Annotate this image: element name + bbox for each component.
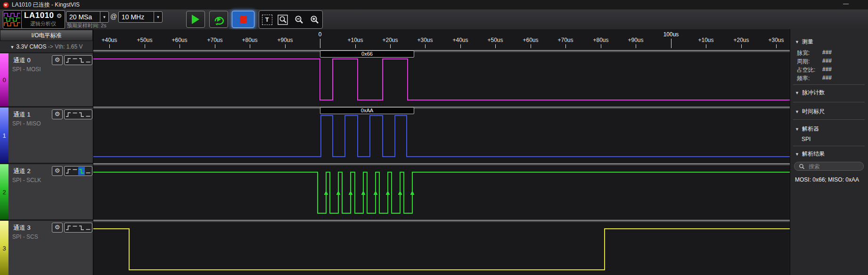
falling-edge-trigger-button[interactable] xyxy=(78,224,85,232)
sample-edge-arrow-icon xyxy=(398,191,402,195)
magnifier-plus-icon xyxy=(309,15,319,25)
channel-color-stripe: 3 xyxy=(0,221,8,275)
low-level-trigger-button[interactable] xyxy=(85,110,91,118)
loop-play-icon xyxy=(212,13,225,26)
panel-separator xyxy=(793,102,865,102)
toolbar: LA1010 ⚙ 逻辑分析仪 20 MSa ▼ @ 10 MHz ▼ 预期采样时… xyxy=(0,9,868,30)
channel-row-3[interactable]: 3 通道 3 ⚙ SPI - SCS xyxy=(0,221,93,275)
device-name: LA1010 xyxy=(24,11,54,20)
sample-edge-arrow-icon xyxy=(336,191,340,195)
panel-separator xyxy=(793,84,865,85)
zoom-selection-tool-button[interactable] xyxy=(278,15,288,25)
chevron-down-icon: ▼ xyxy=(795,152,799,157)
sample-edge-arrow-icon xyxy=(349,191,352,195)
device-settings-gear-icon[interactable]: ⚙ xyxy=(57,12,62,19)
section-title: 解析结果 xyxy=(802,150,825,157)
falling-edge-trigger-button[interactable] xyxy=(78,56,85,64)
rising-edge-trigger-button[interactable] xyxy=(65,167,72,175)
device-name-box[interactable]: LA1010 ⚙ 逻辑分析仪 xyxy=(21,10,65,29)
signal-plot[interactable] xyxy=(93,29,790,275)
channel-settings-gear-icon[interactable]: ⚙ xyxy=(52,166,63,176)
high-level-trigger-button[interactable] xyxy=(72,224,78,232)
chevron-down-icon[interactable]: ▼ xyxy=(154,12,162,22)
sample-rate-value: 20 MSa xyxy=(66,13,100,21)
channel-color-stripe: 2 xyxy=(0,164,8,219)
rising-edge-trigger-button[interactable] xyxy=(65,56,72,64)
search-icon xyxy=(798,163,806,170)
measure-label: 周期: xyxy=(797,58,810,66)
measure-label: 脉宽: xyxy=(797,49,810,57)
start-capture-button[interactable] xyxy=(186,11,205,28)
stop-icon xyxy=(240,16,247,23)
device-type-label: 逻辑分析仪 xyxy=(22,21,65,27)
minimize-button[interactable]: — xyxy=(839,0,853,8)
device-waveform-logo-icon xyxy=(3,11,21,27)
section-decode-results[interactable]: ▼解析结果 xyxy=(795,150,825,158)
low-level-trigger-button[interactable] xyxy=(85,167,91,175)
channel-row-2[interactable]: 2 通道 2 ⚙ SPI - SCLK xyxy=(0,164,93,219)
section-decoder[interactable]: ▼解析器 xyxy=(795,125,819,133)
channel-protocol-label: SPI - MOSI xyxy=(12,66,41,73)
high-level-trigger-button[interactable] xyxy=(72,56,78,64)
low-level-trigger-button[interactable] xyxy=(85,224,91,232)
clock-freq-select[interactable]: 10 MHz ▼ xyxy=(118,11,163,23)
chevron-down-icon[interactable]: ▼ xyxy=(100,12,108,22)
signal-trace-mosi xyxy=(93,59,790,100)
measure-value: ### xyxy=(822,75,832,81)
channel-color-stripe: 1 xyxy=(0,108,8,163)
falling-edge-trigger-button-selected[interactable] xyxy=(78,167,85,175)
io-level-standard-header[interactable]: I/O电平标准 xyxy=(0,30,93,41)
view-tool-group: T xyxy=(259,10,323,29)
io-joiner: -> xyxy=(48,43,53,50)
rising-edge-trigger-button[interactable] xyxy=(65,224,72,232)
stop-capture-button[interactable] xyxy=(232,11,254,28)
channel-name: 通道 2 xyxy=(13,167,31,175)
high-level-trigger-button[interactable] xyxy=(72,167,78,175)
repeat-capture-button[interactable] xyxy=(209,11,228,28)
trigger-type-group xyxy=(64,223,92,233)
io-level-setting[interactable]: ▼3.3V CMOS -> Vth: 1.65 V xyxy=(0,41,93,53)
measure-value: ### xyxy=(822,66,832,73)
section-measure[interactable]: ▼测量 xyxy=(795,38,813,46)
title-bar: LA1010 已连接 - KingstVIS — xyxy=(0,0,868,9)
chevron-down-icon: ▼ xyxy=(795,109,799,114)
decoder-name[interactable]: SPI xyxy=(802,136,811,142)
zoom-in-button[interactable] xyxy=(309,15,319,25)
play-icon xyxy=(192,15,199,24)
section-time-marker[interactable]: ▼时间标尺 xyxy=(795,108,825,116)
channel-settings-gear-icon[interactable]: ⚙ xyxy=(52,55,63,65)
sample-rate-select[interactable]: 20 MSa ▼ xyxy=(66,11,109,23)
channel-name: 通道 1 xyxy=(13,110,31,119)
decode-search-box[interactable] xyxy=(794,162,864,171)
channel-name: 通道 3 xyxy=(13,224,31,232)
zoom-out-button[interactable] xyxy=(294,15,304,25)
channel-settings-gear-icon[interactable]: ⚙ xyxy=(52,109,63,119)
clock-freq-value: 10 MHz xyxy=(119,13,154,21)
sample-edge-arrow-icon xyxy=(361,191,365,195)
chevron-down-icon: ▼ xyxy=(10,45,14,50)
channel-settings-gear-icon[interactable]: ⚙ xyxy=(52,223,63,233)
high-level-trigger-button[interactable] xyxy=(72,110,78,118)
panel-separator xyxy=(793,146,865,146)
channel-row-1[interactable]: 1 通道 1 ⚙ SPI - MISO xyxy=(0,108,93,163)
at-separator: @ xyxy=(110,13,117,20)
falling-edge-trigger-button[interactable] xyxy=(78,110,85,118)
device-logo-box: LA1010 ⚙ 逻辑分析仪 xyxy=(3,10,65,29)
search-input[interactable] xyxy=(808,163,861,170)
channel-name: 通道 0 xyxy=(13,56,31,65)
decode-result-entry[interactable]: MOSI: 0x66; MISO: 0xAA xyxy=(795,176,859,183)
channel-number: 1 xyxy=(0,132,8,139)
channel-row-0[interactable]: 0 通道 0 ⚙ SPI - MOSI xyxy=(0,53,93,106)
right-panel: ▼测量 脉宽: ### 周期: ### 占空比: ### 频率: ### ▼脉冲… xyxy=(790,29,868,275)
rising-edge-trigger-button[interactable] xyxy=(65,110,72,118)
low-level-trigger-button[interactable] xyxy=(85,56,91,64)
measure-value: ### xyxy=(822,49,832,56)
chevron-down-icon: ▼ xyxy=(795,91,799,95)
decoded-byte-box: 0x66 xyxy=(320,50,414,58)
measure-label: 频率: xyxy=(797,75,810,83)
channel-protocol-label: SPI - SCLK xyxy=(12,177,41,183)
sample-edge-arrow-icon xyxy=(386,191,390,195)
section-pulse-count[interactable]: ▼脉冲计数 xyxy=(795,89,825,97)
sample-edge-arrow-icon xyxy=(324,191,328,195)
text-label-tool-button[interactable]: T xyxy=(262,15,272,25)
